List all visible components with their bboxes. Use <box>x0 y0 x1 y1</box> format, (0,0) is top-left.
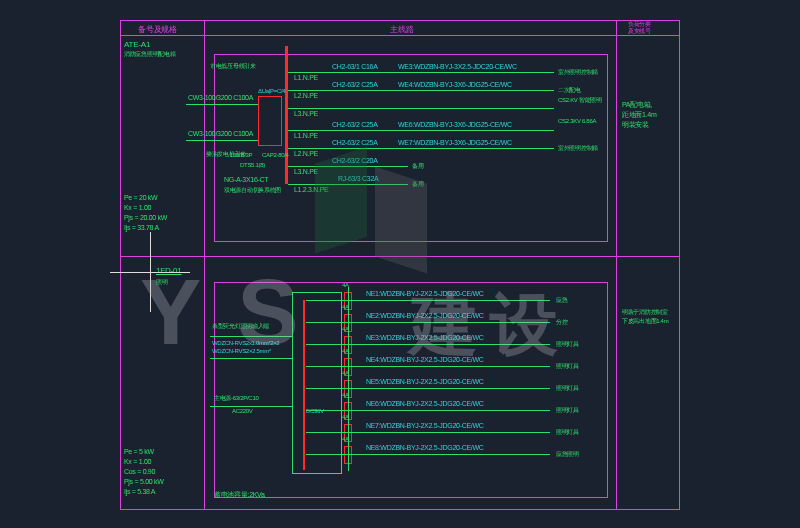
bus-bar <box>285 46 288 184</box>
misc2: CAP2-80/4 <box>262 152 289 158</box>
rcd-label: ΔUa|P=C/4 <box>258 88 285 94</box>
wire: NE5:WDZBN-BYJ-2X2.5-JDG20-CE/WC <box>366 378 484 385</box>
col-sep <box>204 36 205 510</box>
note: 室外照明控制箱 <box>558 68 598 77</box>
underline <box>366 300 550 301</box>
ckt-line <box>288 72 554 73</box>
ph: L1.2.3.N.PE <box>294 186 328 193</box>
wire: NE7:WDZBN-BYJ-2X2.5-JDG20-CE/WC <box>366 422 484 429</box>
note: 二次配电 <box>558 86 581 95</box>
note: 照明灯具 <box>556 428 579 437</box>
wire: NE3:WDZBN-BYJ-2X2.5-JDG20-CE/WC <box>366 334 484 341</box>
rcd-symbol <box>258 96 282 146</box>
br: CH2-63/2 C25A <box>332 81 378 88</box>
ckt-line <box>288 130 554 131</box>
ph: L2.N.PE <box>294 92 318 99</box>
ckt-line <box>288 184 408 185</box>
kx2: Kx = 1.00 <box>124 458 151 465</box>
wire: WE3:WDZBN-BYJ-3X2.5-JDC20-CE/WC <box>398 63 517 70</box>
feed-line <box>186 104 258 105</box>
ph: L3.N.PE <box>294 168 318 175</box>
main-br: 主电源-63/2P/C10 <box>214 394 258 403</box>
col-sep <box>616 36 617 510</box>
underline <box>366 388 550 389</box>
module-box <box>292 292 342 474</box>
note: 照明灯具 <box>556 406 579 415</box>
underline <box>366 344 550 345</box>
pe: Pe = 20 kW <box>124 194 157 201</box>
panel2-id: 1FD-01 <box>156 266 181 275</box>
ct-note: 双电源自动切换系统图 <box>224 186 281 195</box>
note: 应急 <box>556 296 567 305</box>
hdr-col2: 主线路 <box>390 24 413 35</box>
in-desc2: 条型荧光灯照明输入端 <box>212 322 269 331</box>
cad-canvas[interactable]: { "header": { "col1": "备号及规格", "col2": "… <box>0 0 800 528</box>
ph: L1.N.PE <box>294 132 318 139</box>
dts: DTS5.1(8) <box>240 162 265 168</box>
br: CH2-63/2 C20A <box>332 157 378 164</box>
note: 室外照明控制箱 <box>558 144 598 153</box>
sw2: CW3-100/3200 C100A <box>188 130 253 137</box>
mid-divider <box>120 256 680 257</box>
note: 照明灯具 <box>556 362 579 371</box>
note: CS2.KV 智能照明 <box>558 96 602 105</box>
feed-line <box>186 140 258 141</box>
ph: L1.N.PE <box>294 74 318 81</box>
ph: L2.N.PE <box>294 150 318 157</box>
bus-bar-2 <box>303 300 305 470</box>
ljs2: Ijs = 5.38 A <box>124 488 155 495</box>
misc1: 158/B/3P <box>230 152 252 158</box>
cap: 蓄电池容量:2KVa <box>214 490 265 500</box>
ckt-line <box>288 108 554 109</box>
note: 应急照明 <box>556 450 579 459</box>
panel2-sub: 照明 <box>156 278 167 287</box>
cursor-crosshair <box>150 232 151 312</box>
feed-line <box>210 358 292 359</box>
cable1: WDZCN-RVS2x1.0mm²2×2 <box>212 340 279 346</box>
wire: NE4:WDZBN-BYJ-2X2.5-JDG20-CE/WC <box>366 356 484 363</box>
underline <box>366 410 550 411</box>
dc: DC36V <box>306 408 324 414</box>
hdr-col3: 负荷分类 及支线号 <box>628 21 651 35</box>
wire: WE6:WDZBN-BYJ-3X6-JDG25-CE/WC <box>398 121 512 128</box>
kx: Kx = 1.00 <box>124 204 151 211</box>
header-divider <box>616 20 617 36</box>
underline <box>366 366 550 367</box>
p2-right-note: 明装于消防控制室 下皮高出地面1.4m <box>622 308 668 326</box>
header-divider <box>204 20 205 36</box>
note: 照明灯具 <box>556 340 579 349</box>
cable2: WDZCN-RVS2×2.5mm² <box>212 348 271 354</box>
fuse-symbol <box>344 446 352 464</box>
fuse-rating: 4A <box>342 326 349 332</box>
br: CH2-63/2 C25A <box>332 121 378 128</box>
note: 照明灯具 <box>556 384 579 393</box>
panel-id: ATE-A1 <box>124 40 150 49</box>
wire: WE4:WDZBN-BYJ-3X6-JDG25-CE/WC <box>398 81 512 88</box>
note: 备用 <box>412 162 423 171</box>
fuse-rating: 4A <box>342 392 349 398</box>
underline <box>366 322 550 323</box>
sw1: CW3-100/3200 C100A <box>188 94 253 101</box>
pjs: Pjs = 20.00 kW <box>124 214 167 221</box>
cos2: Cos = 0.90 <box>124 468 155 475</box>
br: CH2-63/2 C25A <box>332 139 378 146</box>
note: CS2.3KV 6.86A <box>558 118 596 124</box>
wire: NE1:WDZBN-BYJ-2X2.5-JDG20-CE/WC <box>366 290 484 297</box>
wire: WE7:WDZBN-BYJ-3X6-JDG25-CE/WC <box>398 139 512 146</box>
note: 分控 <box>556 318 567 327</box>
feed-line <box>210 406 292 407</box>
fuse-rating: 4A <box>342 414 349 420</box>
fuse-rating: 4A <box>342 348 349 354</box>
fuse-rating: 4A <box>342 282 349 288</box>
fuse-rating: 4A <box>342 436 349 442</box>
panel-id2: 消防应急照明配电箱 <box>124 50 175 59</box>
wire: NE8:WDZBN-BYJ-2X2.5-JDG20-CE/WC <box>366 444 484 451</box>
ckt-line <box>288 166 408 167</box>
br: CH2-63/1 C16A <box>332 63 378 70</box>
fuse-rating: 4A <box>342 370 349 376</box>
pjs2: Pjs = 5.00 kW <box>124 478 163 485</box>
ckt-line <box>288 148 554 149</box>
ct: NG-A-3X16-CT <box>224 176 268 183</box>
note: 备用 <box>412 180 423 189</box>
ljs: Ijs = 33.78 A <box>124 224 159 231</box>
